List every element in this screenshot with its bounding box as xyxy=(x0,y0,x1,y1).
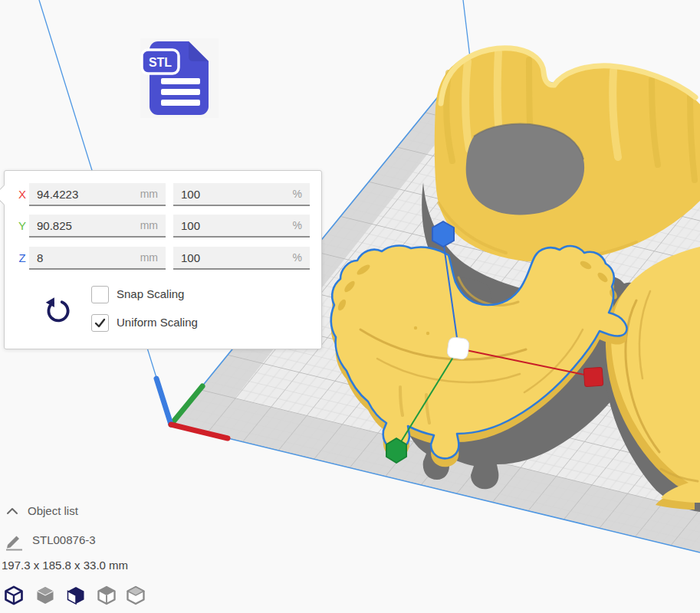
axis-label-y: Y xyxy=(15,215,29,238)
cube-flat-icon[interactable] xyxy=(125,584,146,608)
scale-z-mm-input[interactable] xyxy=(29,247,166,270)
scale-x-percent-input[interactable] xyxy=(173,183,310,206)
checkmark-icon xyxy=(94,316,107,329)
object-item-name: STL00876-3 xyxy=(32,533,96,546)
axis-label-z: Z xyxy=(15,247,29,270)
viewport-3d[interactable]: STL X mm % Y mm % Z mm % Snap Scaling xyxy=(0,0,700,613)
panel-pointer-tail xyxy=(0,185,15,205)
scale-y-percent-input[interactable] xyxy=(173,215,310,238)
gizmo-y-handle[interactable] xyxy=(386,438,406,463)
snap-scaling-label: Snap Scaling xyxy=(117,285,184,303)
uniform-scaling-label: Uniform Scaling xyxy=(117,313,198,331)
axis-label-x: X xyxy=(15,183,29,206)
scale-x-mm-input[interactable] xyxy=(29,183,166,206)
cube-outline-top-icon[interactable] xyxy=(96,584,117,608)
cube-wireframe-icon[interactable] xyxy=(3,584,25,608)
stl-file-icon: STL xyxy=(140,38,219,118)
object-dimensions: 197.3 x 185.8 x 33.0 mm xyxy=(2,559,128,572)
model-cutter-tall[interactable] xyxy=(435,48,700,263)
uniform-scaling-checkbox[interactable] xyxy=(91,314,109,332)
edit-pencil-icon xyxy=(5,533,25,551)
scale-y-mm-input[interactable] xyxy=(29,215,166,238)
gizmo-center-handle[interactable] xyxy=(446,336,469,359)
cube-half-navy-icon[interactable] xyxy=(65,584,87,608)
snap-scaling-checkbox[interactable] xyxy=(91,286,109,303)
chevron-up-icon xyxy=(6,506,18,516)
scale-z-percent-input[interactable] xyxy=(173,247,310,270)
reset-scale-button[interactable] xyxy=(41,297,71,327)
object-list-title: Object list xyxy=(28,504,78,517)
gizmo-x-handle[interactable] xyxy=(583,367,603,387)
cube-solid-gray-icon[interactable] xyxy=(35,584,56,608)
scale-tool-panel: X mm % Y mm % Z mm % Snap Scaling Unifor… xyxy=(4,170,322,349)
stl-badge-text: STL xyxy=(149,56,172,69)
gizmo-z-handle[interactable] xyxy=(432,221,454,247)
reset-icon xyxy=(41,297,71,327)
